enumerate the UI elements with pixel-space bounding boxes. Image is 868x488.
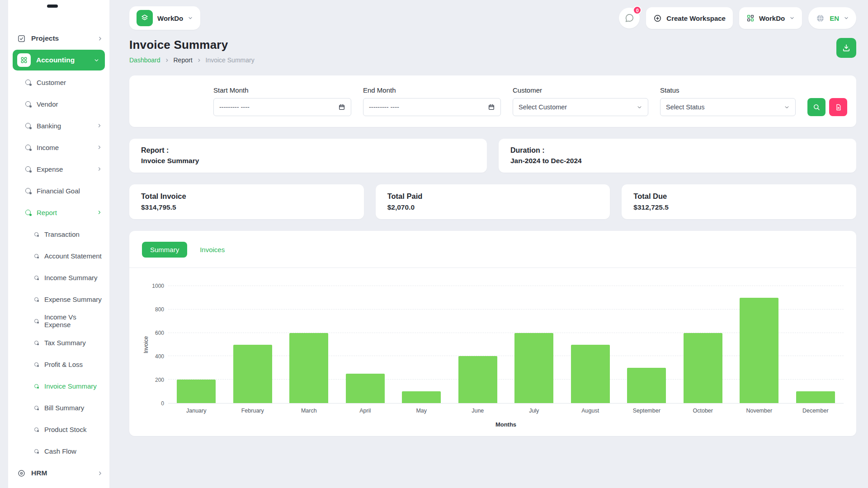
bar-june <box>450 286 506 403</box>
messages-button[interactable]: 0 <box>619 8 640 28</box>
sidebar-item-invoice-summary[interactable]: Invoice Summary <box>8 375 109 397</box>
sidebar-item-product-stock[interactable]: Product Stock <box>8 418 109 440</box>
y-tick-label: 400 <box>155 353 164 360</box>
calendar-icon <box>338 103 345 111</box>
end-month-value: --------- ---- <box>369 103 399 111</box>
breadcrumb-current: Invoice Summary <box>206 56 255 64</box>
sidebar-item-vendor[interactable]: Vendor <box>8 93 109 115</box>
y-tick-label: 800 <box>155 306 164 313</box>
sidebar-item-hrm[interactable]: HRM <box>8 462 109 484</box>
reset-button[interactable] <box>829 98 847 116</box>
bar-september <box>618 286 675 403</box>
total-paid-card: Total Paid $2,070.0 <box>376 184 610 219</box>
sidebar-item-accounting[interactable]: Accounting <box>13 50 105 70</box>
sidebar-item-label: Profit & Loss <box>44 361 83 368</box>
tab-invoices[interactable]: Invoices <box>192 242 233 258</box>
workspace-brand[interactable]: WorkDo <box>129 6 200 30</box>
download-icon <box>842 43 851 52</box>
start-month-input[interactable]: --------- ---- <box>213 98 351 116</box>
start-month-field: Start Month --------- ---- <box>213 86 351 116</box>
report-duration-row: Report : Invoice Summary Duration : Jan-… <box>129 139 856 173</box>
x-tick-june: June <box>450 408 506 414</box>
sidebar-item-income-vs-expense[interactable]: Income Vs Expense <box>8 310 109 332</box>
sidebar-item-label: Income Vs Expense <box>44 313 102 328</box>
calendar-icon <box>488 103 495 111</box>
y-tick-label: 0 <box>161 400 164 407</box>
expense-summary-icon <box>34 297 38 301</box>
sidebar-item-label: HRM <box>31 469 47 477</box>
chart-y-axis: 02004006008001000 <box>150 286 168 404</box>
bar-october <box>675 286 731 403</box>
sidebar-item-label: Report <box>37 209 57 216</box>
sidebar-item-label: Invoice Summary <box>44 382 97 390</box>
chevron-right-icon <box>97 166 102 172</box>
language-selector[interactable]: EN <box>808 7 856 29</box>
chart-plot <box>168 286 844 404</box>
sidebar-item-label: Expense <box>37 165 63 173</box>
stat-value: $314,795.5 <box>141 203 352 211</box>
customer-icon <box>25 80 31 85</box>
sidebar-item-transaction[interactable]: Transaction <box>8 223 109 245</box>
status-select[interactable]: Select Status <box>660 98 796 116</box>
bar-january <box>168 286 225 403</box>
customer-field: Customer Select Customer <box>513 86 648 116</box>
sidebar-item-label: Accounting <box>36 56 75 64</box>
bar-november <box>731 286 788 403</box>
sidebar-item-cash-flow[interactable]: Cash Flow <box>8 440 109 462</box>
download-button[interactable] <box>836 38 856 58</box>
sidebar-item-label: Bill Summary <box>44 404 84 412</box>
bar-march <box>281 286 337 403</box>
x-tick-february: February <box>225 408 281 414</box>
chevron-down-icon <box>188 15 193 21</box>
banking-icon <box>25 123 31 128</box>
end-month-input[interactable]: --------- ---- <box>363 98 501 116</box>
customer-select[interactable]: Select Customer <box>513 98 648 116</box>
transaction-icon <box>34 232 38 236</box>
sidebar-item-tax-summary[interactable]: Tax Summary <box>8 332 109 353</box>
sidebar-item-bill-summary[interactable]: Bill Summary <box>8 397 109 418</box>
chevron-down-icon <box>844 15 849 21</box>
duration-card: Duration : Jan-2024 to Dec-2024 <box>499 139 856 173</box>
cash-flow-icon <box>34 449 38 453</box>
chart-y-axis-title: Invoice <box>142 286 150 404</box>
sidebar-item-projects[interactable]: Projects <box>8 27 109 50</box>
sidebar-item-label: Financial Goal <box>37 187 80 195</box>
x-tick-april: April <box>337 408 394 414</box>
sidebar-item-financial-goal[interactable]: Financial Goal <box>8 180 109 202</box>
sidebar-item-profit-loss[interactable]: Profit & Loss <box>8 353 109 375</box>
sidebar-item-expense[interactable]: Expense <box>8 158 109 180</box>
sidebar-item-banking[interactable]: Banking <box>8 115 109 136</box>
breadcrumb-dashboard[interactable]: Dashboard <box>129 56 160 64</box>
income-vs-expense-icon <box>34 319 38 323</box>
bar-february <box>225 286 281 403</box>
chevron-down-icon <box>94 57 99 63</box>
x-tick-may: May <box>393 408 450 414</box>
reset-icon <box>835 103 842 111</box>
workspace-switcher[interactable]: WorkDo <box>739 7 802 29</box>
sidebar-item-customer[interactable]: Customer <box>8 71 109 93</box>
sidebar-item-income-summary[interactable]: Income Summary <box>8 267 109 288</box>
x-tick-september: September <box>618 408 675 414</box>
stat-label: Total Due <box>633 192 844 201</box>
status-label: Status <box>660 86 796 94</box>
income-summary-icon <box>34 276 38 280</box>
product-stock-icon <box>34 427 38 432</box>
sidebar-item-expense-summary[interactable]: Expense Summary <box>8 288 109 310</box>
sidebar-item-label: Cash Flow <box>44 447 76 455</box>
invoice-bar-chart: Invoice 02004006008001000 JanuaryFebruar… <box>142 286 844 428</box>
y-tick-label: 1000 <box>152 283 164 289</box>
sidebar-item-report[interactable]: Report <box>8 202 109 223</box>
bar-may <box>393 286 450 403</box>
breadcrumb-report[interactable]: Report <box>174 56 193 64</box>
total-due-card: Total Due $312,725.5 <box>622 184 856 219</box>
sidebar-item-account-statement[interactable]: Account Statement <box>8 245 109 267</box>
bar-december <box>788 286 844 403</box>
search-button[interactable] <box>807 98 826 116</box>
stats-row: Total Invoice $314,795.5 Total Paid $2,0… <box>129 184 856 219</box>
chart-bars <box>168 286 844 403</box>
tab-summary[interactable]: Summary <box>142 242 187 258</box>
create-workspace-button[interactable]: Create Workspace <box>646 7 733 29</box>
sidebar-item-income[interactable]: Income <box>8 136 109 158</box>
duration-card-value: Jan-2024 to Dec-2024 <box>510 157 844 165</box>
sidebar-item-label: Customer <box>37 79 66 86</box>
